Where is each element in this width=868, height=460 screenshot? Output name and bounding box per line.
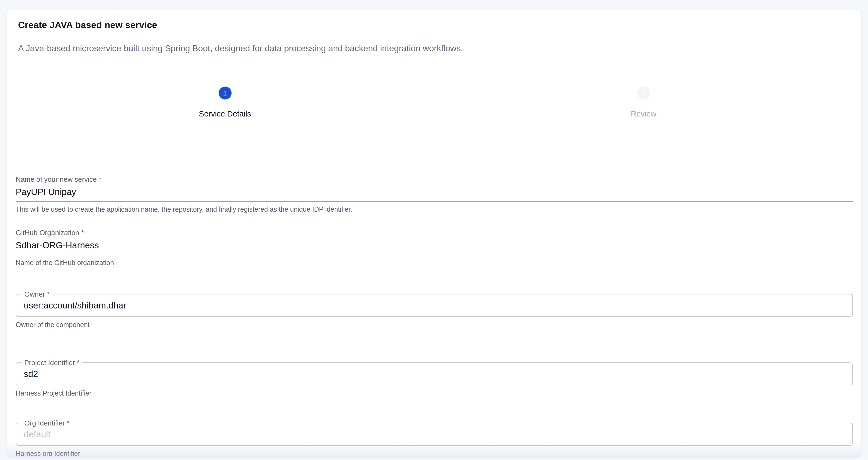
step-2-label: Review (631, 110, 656, 118)
org-identifier-input[interactable] (24, 429, 845, 439)
page-description: A Java-based microservice built using Sp… (18, 43, 853, 53)
org-identifier-helper: Harness org Identifier (16, 450, 853, 456)
owner-label: Owner * (22, 291, 52, 298)
project-identifier-input-box: Project Identifier * (16, 362, 853, 385)
field-org-identifier: Org Identifier * Harness org Identifier (16, 423, 853, 456)
step-service-details: 1 Service Details (16, 87, 434, 118)
field-owner: Owner * Owner of the component (16, 294, 853, 328)
github-org-label: GitHub Organization * (16, 229, 853, 236)
org-identifier-label: Org Identifier * (22, 420, 72, 427)
service-name-helper: This will be used to create the applicat… (16, 206, 853, 213)
step-1-label: Service Details (199, 110, 251, 118)
owner-helper: Owner of the component (16, 321, 853, 328)
step-2-badge: 2 (637, 87, 650, 99)
org-identifier-input-box: Org Identifier * (16, 423, 853, 446)
project-identifier-label: Project Identifier * (22, 359, 82, 366)
owner-input-box: Owner * (16, 294, 853, 317)
github-org-helper: Name of the GitHub organization (16, 259, 853, 266)
wizard-stepper: 1 Service Details 2 Review (16, 87, 853, 118)
field-service-name: Name of your new service * This will be … (16, 176, 853, 213)
page-title: Create JAVA based new service (18, 20, 853, 30)
service-name-input[interactable] (16, 183, 853, 202)
service-details-form: Name of your new service * This will be … (16, 176, 853, 456)
field-project-identifier: Project Identifier * Harness Project Ide… (16, 362, 853, 397)
create-service-card: Create JAVA based new service A Java-bas… (7, 10, 861, 456)
step-connector-line (235, 93, 633, 93)
github-org-input[interactable] (16, 236, 853, 255)
step-1-badge: 1 (219, 87, 231, 99)
step-review: 2 Review (434, 87, 853, 118)
project-identifier-input[interactable] (24, 369, 845, 379)
service-name-label: Name of your new service * (16, 176, 853, 183)
owner-input[interactable] (24, 300, 845, 310)
project-identifier-helper: Harness Project Identifier (16, 390, 853, 397)
field-github-org: GitHub Organization * Name of the GitHub… (16, 229, 853, 266)
